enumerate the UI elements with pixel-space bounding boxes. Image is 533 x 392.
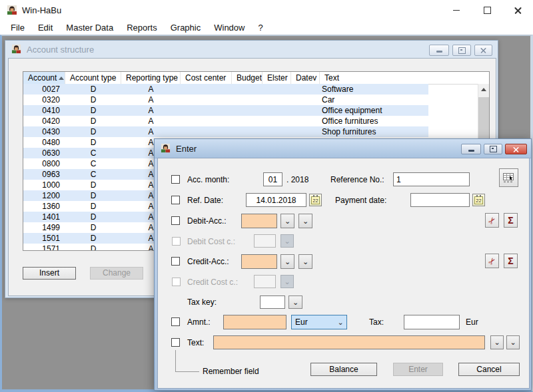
calendar-icon: 22 <box>474 196 483 204</box>
chevron-down-icon: ⌄ <box>494 339 500 346</box>
account-minimize-button[interactable] <box>429 45 449 56</box>
acc-year-label: . 2018 <box>286 175 308 184</box>
reference-no-label: Reference No.: <box>330 175 384 184</box>
cell-account: 1571 <box>23 244 65 251</box>
credit-acc-checkbox[interactable] <box>171 257 180 266</box>
account-list-button[interactable] <box>499 168 518 187</box>
cancel-button[interactable]: Cancel <box>458 363 520 376</box>
text-dropdown-2[interactable]: ⌄ <box>506 335 520 349</box>
balance-button[interactable]: Balance <box>310 363 377 376</box>
cell-account-type: D <box>65 126 121 137</box>
cell-elster <box>263 95 291 105</box>
text-label: Text: <box>187 338 204 347</box>
main-minimize-button[interactable] <box>441 0 472 20</box>
ref-date-calendar-button[interactable]: 22 <box>309 194 322 206</box>
text-dropdown-1[interactable]: ⌄ <box>490 335 504 349</box>
tax-unit-label: Eur <box>466 317 478 327</box>
menu-file[interactable]: File <box>4 21 31 35</box>
cell-datev <box>291 126 320 137</box>
text-input[interactable] <box>213 335 485 349</box>
amount-input[interactable] <box>223 315 286 329</box>
enter-minimize-button[interactable] <box>461 144 481 154</box>
chevron-down-icon: ⌄ <box>284 238 290 245</box>
enter-window-titlebar: Enter <box>155 139 531 158</box>
credit-acc-dropdown-2[interactable]: ⌄ <box>298 254 312 269</box>
enter-close-button[interactable] <box>505 144 527 154</box>
ref-date-checkbox[interactable] <box>171 196 180 204</box>
cell-cost-center <box>181 116 232 126</box>
remember-field-label: Remember field <box>203 367 259 376</box>
account-restore-button[interactable] <box>452 45 471 56</box>
menu-edit[interactable]: Edit <box>31 21 59 35</box>
arrow-up-icon <box>481 88 486 91</box>
tax-key-label: Tax key: <box>187 297 217 307</box>
chevron-down-icon: ⌄ <box>284 218 290 225</box>
main-window-title: Win-HaBu <box>22 5 61 15</box>
scroll-up-button[interactable] <box>478 84 489 95</box>
table-row[interactable]: 0320 D A Car <box>23 95 428 105</box>
cell-elster <box>263 126 291 137</box>
cell-account: 0027 <box>23 84 65 95</box>
sort-ascending-icon <box>59 77 64 80</box>
enter-restore-button[interactable] <box>484 144 502 154</box>
debit-acc-dropdown-2[interactable]: ⌄ <box>298 214 312 228</box>
main-maximize-button[interactable] <box>472 0 502 20</box>
table-row[interactable]: 0027 D A Software <box>23 84 428 95</box>
payment-date-calendar-button[interactable]: 22 <box>472 194 485 206</box>
column-header-cost-center[interactable]: Cost center <box>181 72 232 84</box>
ref-date-input[interactable] <box>246 193 306 207</box>
text-checkbox[interactable] <box>171 338 180 347</box>
account-table-header: Account Account type Reporting type Cost… <box>23 72 489 85</box>
column-header-elster[interactable]: Elster <box>263 72 291 84</box>
maximize-icon <box>484 7 491 14</box>
menu-help[interactable]: ? <box>251 21 269 35</box>
tax-key-input[interactable] <box>260 295 285 309</box>
debit-split-button[interactable]: ✂ <box>485 213 499 228</box>
column-header-account[interactable]: Account <box>23 72 65 84</box>
cell-cost-center <box>181 126 232 137</box>
insert-button[interactable]: Insert <box>23 267 76 280</box>
grid-table-icon <box>503 173 515 183</box>
tax-input[interactable] <box>404 315 460 329</box>
table-row[interactable]: 0430 D A Shop furnitures <box>23 126 428 137</box>
cell-account: 1200 <box>23 190 65 201</box>
column-header-datev[interactable]: Datev <box>291 72 320 84</box>
acc-month-input[interactable] <box>263 172 282 186</box>
credit-cost-label: Credit Cost c.: <box>187 278 238 287</box>
menu-window[interactable]: Window <box>207 21 251 35</box>
payment-date-input[interactable] <box>410 193 470 207</box>
column-header-budget[interactable]: Budget <box>232 72 263 84</box>
debit-acc-dropdown-1[interactable]: ⌄ <box>280 214 294 228</box>
reference-no-input[interactable] <box>393 172 470 186</box>
tax-key-dropdown[interactable]: ⌄ <box>288 295 302 309</box>
debit-acc-input[interactable] <box>241 214 277 228</box>
menu-reports[interactable]: Reports <box>120 21 164 35</box>
debit-sum-button[interactable]: Σ <box>504 213 518 228</box>
credit-acc-input[interactable] <box>241 254 277 269</box>
menu-graphic[interactable]: Graphic <box>164 21 208 35</box>
calendar-icon: 22 <box>311 196 320 204</box>
credit-split-button[interactable]: ✂ <box>485 254 499 268</box>
credit-sum-button[interactable]: Σ <box>504 254 518 268</box>
cell-account-type: D <box>65 190 121 201</box>
main-close-button[interactable] <box>502 0 533 20</box>
credit-acc-dropdown-1[interactable]: ⌄ <box>280 254 294 269</box>
scissors-icon: ✂ <box>486 256 498 266</box>
enter-window-title: Enter <box>176 144 197 154</box>
column-header-account-type[interactable]: Account type <box>65 72 121 84</box>
table-row[interactable]: 0420 D A Office furnitures <box>23 116 428 126</box>
main-titlebar: Win-HaBu <box>0 0 533 20</box>
currency-combobox[interactable]: Eur ⌄ <box>291 315 347 329</box>
debit-acc-checkbox[interactable] <box>171 216 180 225</box>
cell-account: 0963 <box>23 169 65 180</box>
amount-checkbox[interactable] <box>171 317 180 326</box>
cell-datev <box>291 116 320 126</box>
close-icon <box>514 7 522 14</box>
column-header-text[interactable]: Text <box>320 72 428 84</box>
account-close-button[interactable] <box>474 45 492 56</box>
column-header-reporting-type[interactable]: Reporting type <box>121 72 181 84</box>
restore-icon <box>490 146 497 152</box>
table-row[interactable]: 0410 D A Office equipment <box>23 105 428 116</box>
menu-master-data[interactable]: Master Data <box>59 21 120 35</box>
acc-month-checkbox[interactable] <box>171 175 180 184</box>
